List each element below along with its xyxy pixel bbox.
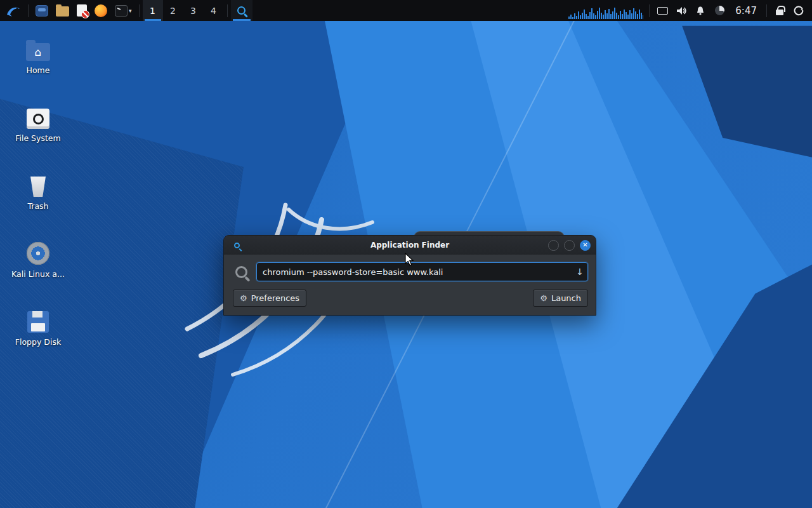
home-icon: ⌂	[26, 43, 50, 61]
preferences-button[interactable]: ⚙ Preferences	[233, 290, 306, 307]
taskbar-files-app[interactable]	[32, 0, 52, 21]
desktop-icon-kali-linux-cd[interactable]: Kali Linux a...	[10, 239, 66, 279]
launch-button[interactable]: ⚙ Launch	[533, 290, 588, 307]
desktop-icon-label: Kali Linux a...	[11, 270, 65, 279]
terminal-icon	[115, 5, 128, 17]
panel-separator	[766, 4, 767, 17]
drive-icon	[27, 109, 49, 129]
floppy-icon	[27, 311, 49, 333]
screen-lock-button[interactable]	[770, 0, 789, 21]
taskbar-application-finder[interactable]	[231, 0, 252, 21]
desktop-icon-floppy-disk[interactable]: Floppy Disk	[10, 307, 66, 347]
close-button[interactable]: ✕	[580, 240, 591, 251]
application-finder-window: Application Finder ✕ ↓ ⚙ Preferences ⚙ L…	[223, 235, 596, 316]
files-app-icon	[36, 5, 48, 17]
firefox-icon	[95, 4, 107, 17]
workspace-1-button[interactable]: 1	[143, 0, 163, 21]
panel-separator	[227, 4, 228, 17]
preferences-label: Preferences	[251, 293, 299, 303]
titlebar[interactable]: Application Finder ✕	[224, 236, 596, 255]
logout-icon	[793, 5, 804, 17]
search-combo: ↓	[256, 262, 588, 281]
taskbar-file-manager[interactable]	[52, 0, 73, 21]
panel-separator	[28, 4, 29, 17]
top-panel: ▾ 1 2 3 4 6:47	[0, 0, 812, 21]
desktop-icon-home[interactable]: ⌂ Home	[10, 36, 66, 75]
notifications-tray[interactable]	[691, 0, 710, 21]
desktop-icon-label: Floppy Disk	[15, 338, 61, 347]
search-input[interactable]	[256, 262, 588, 281]
kali-logo-icon	[6, 4, 21, 18]
workspace-label: 4	[211, 6, 216, 16]
display-settings-tray[interactable]	[653, 0, 672, 21]
display-icon	[657, 7, 668, 15]
gear-icon: ⚙	[240, 294, 247, 302]
disc-icon	[27, 242, 49, 265]
volume-icon	[676, 6, 687, 16]
status-tray[interactable]	[710, 0, 729, 21]
lock-icon	[776, 10, 783, 15]
dropdown-arrow-icon[interactable]: ↓	[576, 262, 584, 281]
panel-separator	[649, 4, 650, 17]
desktop-icon-trash[interactable]: Trash	[10, 171, 66, 211]
document-icon	[77, 4, 87, 17]
folder-icon	[56, 6, 69, 17]
taskbar-text-editor[interactable]	[73, 0, 91, 21]
desktop-icon-file-system[interactable]: File System	[10, 104, 66, 143]
close-icon: ✕	[582, 242, 587, 248]
bell-icon	[695, 6, 705, 16]
status-pie-icon	[715, 6, 724, 15]
application-finder-window-icon	[232, 240, 242, 251]
desktop-icon-label: Home	[27, 66, 50, 75]
application-finder-icon	[237, 6, 246, 15]
workspace-2-button[interactable]: 2	[163, 0, 183, 21]
launch-label: Launch	[551, 293, 581, 303]
applications-menu-button[interactable]	[2, 0, 25, 21]
panel-separator	[139, 4, 140, 17]
desktop-icon-label: File System	[15, 134, 61, 143]
workspace-label: 2	[170, 6, 176, 16]
workspace-3-button[interactable]: 3	[183, 0, 204, 21]
clock[interactable]: 6:47	[729, 5, 763, 17]
workspace-4-button[interactable]: 4	[204, 0, 224, 21]
dialog-body: ↓ ⚙ Preferences ⚙ Launch	[224, 255, 596, 314]
maximize-button[interactable]	[564, 240, 575, 251]
workspace-label: 3	[190, 6, 196, 16]
volume-tray[interactable]	[672, 0, 691, 21]
cpu-graph[interactable]	[568, 3, 643, 19]
chevron-down-icon: ▾	[129, 8, 132, 14]
minimize-button[interactable]	[548, 240, 559, 251]
window-title: Application Finder	[224, 241, 596, 250]
desktop-icon-label: Trash	[27, 202, 48, 211]
taskbar-terminal[interactable]: ▾	[111, 0, 136, 21]
search-icon	[235, 266, 247, 278]
launch-icon: ⚙	[540, 294, 547, 302]
trash-icon	[29, 177, 48, 197]
taskbar-firefox[interactable]	[91, 0, 111, 21]
session-menu-button[interactable]	[789, 0, 808, 21]
workspace-label: 1	[150, 6, 155, 16]
